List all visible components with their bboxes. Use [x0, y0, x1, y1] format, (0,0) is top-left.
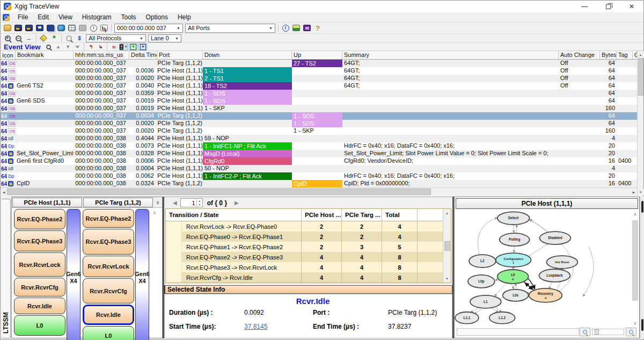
table-row[interactable]: 64OS000:00:00.000_037PCIe Targ (1,1,2)27… — [1, 60, 637, 67]
ltssm-state-rcvr-eq-phase2[interactable]: Rcvr.EQ-Phase2 — [83, 209, 134, 228]
trace-v-scrollbar[interactable]: ▲ ▼ — [637, 51, 643, 196]
marker-button[interactable]: * — [49, 34, 59, 42]
diagram-node-l1[interactable]: L1 — [470, 295, 501, 308]
grid-view-button[interactable] — [67, 24, 77, 32]
filter-button[interactable] — [73, 44, 82, 50]
diagram-node-l1-1[interactable]: L1.1 — [455, 312, 479, 324]
col-header-time[interactable]: hhh:mm:ss.ms_us — [74, 51, 129, 59]
diagram-node-l2[interactable]: L2 — [469, 255, 496, 267]
table-row[interactable]: 64OS000:00:00.000_0370.0020PCIe Targ (1,… — [1, 127, 637, 135]
diagram-node-polling[interactable]: Polling — [500, 233, 530, 246]
chevron-down-icon[interactable]: ∨ — [633, 320, 637, 326]
save-button[interactable] — [35, 24, 45, 32]
trace-h-scrollbar[interactable]: ◀ ▶ — [1, 187, 637, 196]
nav-next-icon[interactable]: ▶ — [235, 200, 239, 206]
table-row[interactable]: 64OS000:00:00.000_0370.0020PCIe Host (1,… — [1, 75, 637, 82]
col-header-tag[interactable]: Tag — [617, 51, 633, 59]
diagram-h-scrollbar[interactable] — [457, 328, 579, 336]
col-header-transition-state[interactable]: Transition / State — [166, 209, 302, 221]
expand-all-button[interactable]: + — [129, 44, 137, 50]
transition-row[interactable]: Rcvr.EQ-Phase0 -> Rcvr.EQ-Phase1224 — [166, 232, 443, 242]
time-jump-combobox[interactable]: 000:00:00.000 037 ▼ — [114, 24, 183, 33]
restore-button[interactable] — [596, 1, 620, 12]
diagram-node-recovery[interactable]: Recovery4 — [529, 288, 562, 302]
col-header-auto-change[interactable]: Auto Change — [559, 51, 600, 59]
ltssm-state-rcvr-eq-phase3[interactable]: Rcvr.EQ-Phase3 — [83, 229, 134, 255]
table-row[interactable]: 64OS000:00:00.000_0370.0036PCIe Host (1,… — [1, 67, 637, 75]
diagram-node-disabled[interactable]: Disabled — [540, 232, 571, 244]
ltssm-scroll[interactable]: ∧∨ — [151, 209, 158, 340]
col-header-total[interactable]: Total — [382, 209, 418, 221]
col-header-bytes[interactable]: Bytes — [600, 51, 617, 59]
diagram-zoom-slider[interactable] — [592, 329, 624, 335]
diagram-node-hot-reset[interactable]: Hot Reset — [546, 256, 577, 269]
close-button[interactable]: ✕ — [620, 1, 643, 12]
menu-edit[interactable]: Edit — [33, 13, 54, 21]
ltssm-state-l0[interactable]: L0 — [83, 326, 134, 340]
open-workspace-button[interactable] — [24, 24, 34, 32]
ltssm-state-l0[interactable]: L0 — [14, 315, 65, 336]
collapse-all-button[interactable]: + — [138, 44, 147, 50]
capture-view-button[interactable] — [56, 24, 66, 32]
diagram-zoom-in-button[interactable] — [626, 328, 636, 336]
traffic-light-button[interactable]: ▼ — [119, 44, 128, 50]
table-row[interactable]: 64BGen6 TS2000:00:00.000_0370.0040PCIe H… — [1, 82, 637, 90]
port-filter-combobox[interactable]: All Ports ▼ — [185, 24, 275, 33]
timer-button[interactable] — [89, 24, 98, 32]
scroll-down-icon[interactable]: ▼ — [638, 189, 644, 196]
spinner-up-icon[interactable]: ▲ — [198, 199, 201, 202]
collapsed-side-strip[interactable] — [640, 197, 644, 338]
tag-button[interactable] — [39, 34, 48, 42]
disabled-view-button[interactable] — [78, 24, 87, 32]
menu-help[interactable]: Help — [173, 13, 196, 21]
table-row[interactable]: 64OS000:00:00.000_0370.0020PCIe Targ (1,… — [1, 120, 637, 127]
lane-combobox[interactable]: Lane 0 ▼ — [148, 34, 181, 42]
open-trace-button[interactable] — [3, 24, 12, 32]
scroll-down-icon[interactable]: ▼ — [444, 275, 451, 282]
ltssm-state-rcvr-rcvrcfg[interactable]: Rcvr.RcvrCfg — [14, 278, 65, 296]
minimize-button[interactable]: — — [573, 1, 596, 12]
ltssm-host-header[interactable]: PCIe Host (1,1,1) — [12, 198, 82, 207]
diagram-node-detect[interactable]: Detect — [497, 212, 530, 225]
ltssm-state-rcvr-idle[interactable]: Rcvr.Idle — [83, 305, 134, 325]
fit-width-button[interactable]: ↔ — [24, 34, 34, 42]
table-row[interactable]: 64Idl000:00:00.000_0380.4044PCIe Host (1… — [1, 135, 637, 142]
next-event-button[interactable]: ▼ — [63, 44, 72, 50]
table-row[interactable]: 64BSet_Slot_Power_Limit000:00:00.000_038… — [1, 150, 637, 157]
ltssm-state-rcvr-rcvrlock[interactable]: Rcvr.RcvrLock — [83, 256, 134, 277]
diagram-scrollbar[interactable]: ∧ ∨ — [631, 210, 639, 327]
h-scroll-thumb[interactable] — [7, 189, 431, 195]
ltssm-targ-header[interactable]: PCIe Targ (1,1,2) — [83, 198, 153, 207]
save-all-button[interactable] — [46, 24, 55, 32]
help-button[interactable]: ? — [313, 24, 323, 32]
spinner-down-icon[interactable]: ▼ — [198, 203, 201, 206]
col-header-delta[interactable]: Delta Time — [129, 51, 157, 59]
transition-row[interactable]: Rcvr.EQ-Phase2 -> Rcvr.EQ-Phase3448 — [166, 252, 443, 262]
table-row[interactable]: 64BCplD000:00:00.000_0380.0324PCIe Targ … — [1, 180, 637, 187]
transition-row[interactable]: Rcvr.EQ-Phase3 -> Rcvr.RcvrLock448 — [166, 262, 443, 272]
scroll-right-icon[interactable]: ▶ — [631, 189, 637, 196]
menu-options[interactable]: Options — [141, 13, 173, 21]
search-button[interactable] — [64, 34, 74, 42]
table-row[interactable]: 64Dp000:00:00.000_0380.0073PCIe Host (1,… — [1, 142, 637, 150]
ltssm-state-rcvr-idle[interactable]: Rcvr.Idle — [14, 298, 65, 314]
scroll-up-icon[interactable]: ▲ — [444, 209, 451, 216]
nav-prev-icon[interactable]: ◀ — [173, 200, 177, 206]
transition-row[interactable]: Rcvr.RcvrLock -> Rcvr.EQ-Phase0224 — [166, 221, 443, 232]
diagram-node-l0[interactable]: L04 — [497, 270, 529, 284]
col-header-pcie-host[interactable]: PCIe Host ... — [302, 209, 342, 221]
col-header-queue[interactable]: Qu — [633, 51, 637, 59]
prev-event-button[interactable]: ▲ — [54, 44, 62, 50]
table-row[interactable]: 64OS000:00:00.000_0370.0359PCIe Host (1,… — [1, 90, 637, 97]
analyzer-button[interactable] — [302, 24, 312, 32]
jump-down-button[interactable]: ↳ — [96, 44, 105, 50]
diagram-node-l0s[interactable]: L0s — [503, 290, 529, 301]
ltssm-state-rcvr-rcvrlock[interactable]: Rcvr.RcvrLock — [14, 252, 65, 277]
grip-handle[interactable] — [641, 201, 643, 213]
diagram-node-l1-2[interactable]: L1.2 — [489, 312, 515, 324]
protocol-filter-combobox[interactable]: All Protocols ▼ — [86, 34, 146, 42]
col-header-bookmark[interactable]: Bookmark — [16, 51, 74, 59]
ltssm-tab[interactable]: LTSSM — [1, 197, 11, 338]
menu-file[interactable]: File — [13, 13, 33, 21]
col-header-summary[interactable]: Summary — [342, 51, 559, 59]
